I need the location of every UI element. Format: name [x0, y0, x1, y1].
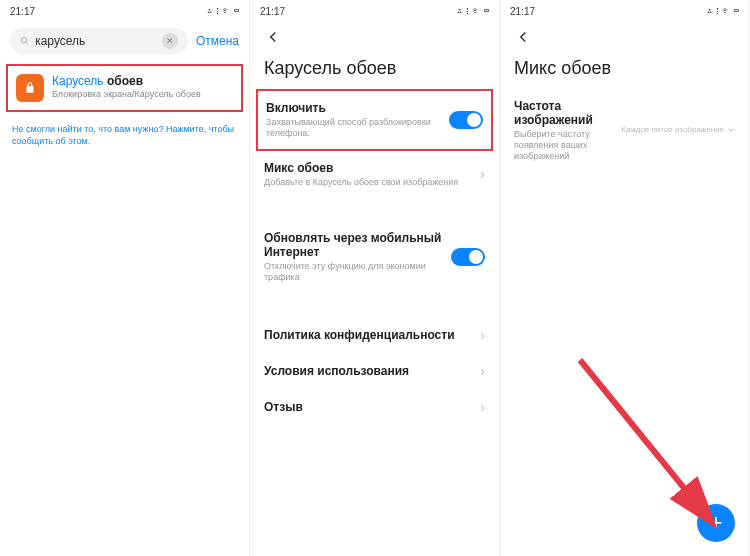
setting-sub: Отключите эту функцию для экономии трафи…: [264, 261, 443, 283]
back-icon: [264, 28, 282, 46]
search-result[interactable]: Карусель обоев Блокировка экрана/Карусел…: [6, 64, 243, 112]
toggle-enable[interactable]: [449, 111, 483, 129]
result-title-highlight: Карусель: [52, 74, 104, 88]
svg-point-0: [21, 38, 26, 43]
setting-feedback[interactable]: Отзыв ›: [250, 389, 499, 425]
setting-enable[interactable]: Включить Захватывающий способ разблокиро…: [258, 91, 491, 149]
setting-mix[interactable]: Микс обоев Добавьте в Карусель обоев сво…: [250, 151, 499, 198]
status-time: 21:17: [510, 6, 535, 17]
back-button[interactable]: [500, 22, 749, 56]
status-time: 21:17: [10, 6, 35, 17]
chevron-right-icon: ›: [480, 327, 485, 343]
back-button[interactable]: [250, 22, 499, 56]
frequency-value: Каждое пятое изображение: [621, 125, 724, 135]
status-icons: ⁂ ⫶ ᯤ ▭: [707, 6, 739, 16]
status-icons: ⁂ ⫶ ᯤ ▭: [457, 6, 489, 16]
setting-terms[interactable]: Условия использования ›: [250, 353, 499, 389]
result-title-rest: обоев: [107, 74, 143, 88]
setting-title: Обновлять через мобильный Интернет: [264, 231, 443, 259]
setting-sub: Захватывающий способ разблокировки телеф…: [266, 117, 441, 139]
app-icon: [16, 74, 44, 102]
setting-title: Включить: [266, 101, 441, 115]
add-button[interactable]: +: [697, 504, 735, 542]
back-icon: [514, 28, 532, 46]
setting-sub: Выберите частоту появления ваших изображ…: [514, 129, 613, 161]
plus-icon: +: [710, 510, 723, 536]
setting-mobile-update[interactable]: Обновлять через мобильный Интернет Отклю…: [250, 221, 499, 293]
setting-title: Микс обоев: [264, 161, 472, 175]
result-subtitle: Блокировка экрана/Карусель обоев: [52, 89, 201, 99]
setting-title: Отзыв: [264, 400, 472, 414]
setting-sub: Добавьте в Карусель обоев свои изображен…: [264, 177, 472, 188]
page-title: Микс обоев: [500, 56, 749, 89]
cancel-button[interactable]: Отмена: [196, 34, 239, 48]
search-icon: [20, 35, 29, 47]
search-hint[interactable]: Не смогли найти то, что вам нужно? Нажми…: [0, 116, 249, 155]
pane-mix: 21:17 ⁂ ⫶ ᯤ ▭ Микс обоев Частота изображ…: [500, 0, 750, 556]
toggle-mobile[interactable]: [451, 248, 485, 266]
status-bar: 21:17 ⁂ ⫶ ᯤ ▭: [0, 0, 249, 22]
pane-search: 21:17 ⁂ ⫶ ᯤ ▭ ✕ Отмена Карусель обоев Бл…: [0, 0, 250, 556]
clear-icon[interactable]: ✕: [162, 33, 178, 49]
highlight-enable: Включить Захватывающий способ разблокиро…: [256, 89, 493, 151]
status-bar: 21:17 ⁂ ⫶ ᯤ ▭: [250, 0, 499, 22]
setting-title: Условия использования: [264, 364, 472, 378]
result-text: Карусель обоев Блокировка экрана/Карусел…: [52, 74, 201, 99]
setting-privacy[interactable]: Политика конфиденциальности ›: [250, 317, 499, 353]
chevron-right-icon: ›: [480, 166, 485, 182]
setting-frequency[interactable]: Частота изображений Выберите частоту поя…: [500, 89, 749, 171]
chevron-right-icon: ›: [480, 363, 485, 379]
chevron-down-icon: [727, 126, 735, 134]
svg-line-1: [26, 42, 28, 44]
status-bar: 21:17 ⁂ ⫶ ᯤ ▭: [500, 0, 749, 22]
search-row: ✕ Отмена: [0, 22, 249, 60]
pane-carousel-settings: 21:17 ⁂ ⫶ ᯤ ▭ Карусель обоев Включить За…: [250, 0, 500, 556]
search-input[interactable]: [35, 34, 156, 48]
page-title: Карусель обоев: [250, 56, 499, 89]
search-box[interactable]: ✕: [10, 28, 188, 54]
setting-title: Политика конфиденциальности: [264, 328, 472, 342]
setting-title: Частота изображений: [514, 99, 613, 127]
chevron-right-icon: ›: [480, 399, 485, 415]
status-time: 21:17: [260, 6, 285, 17]
status-icons: ⁂ ⫶ ᯤ ▭: [207, 6, 239, 16]
